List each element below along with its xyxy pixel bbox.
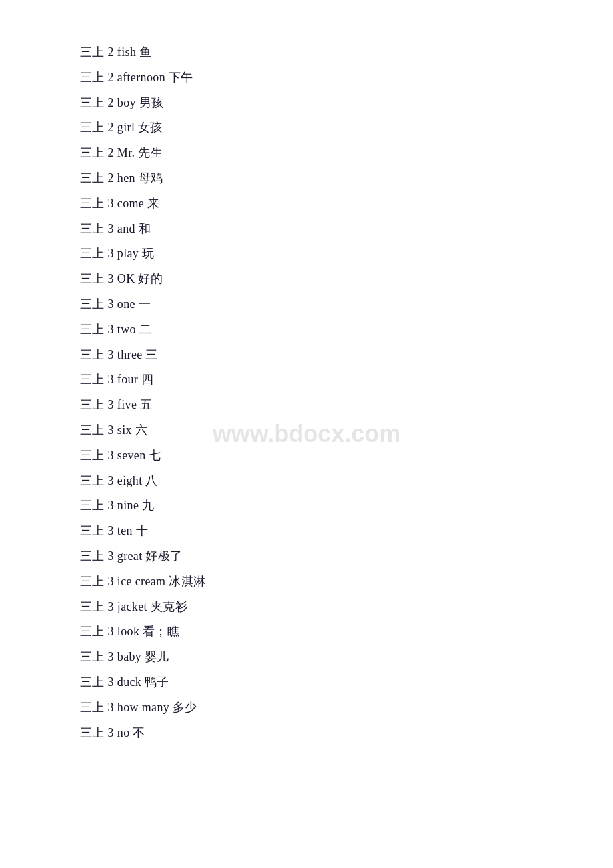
list-item: 三上 3 come 来 bbox=[80, 191, 533, 217]
list-item: 三上 3 play 玩 bbox=[80, 241, 533, 267]
list-item: 三上 3 nine 九 bbox=[80, 493, 533, 519]
list-item: 三上 3 look 看；瞧 bbox=[80, 619, 533, 645]
list-item: 三上 3 five 五 bbox=[80, 393, 533, 418]
list-item: 三上 3 one 一 bbox=[80, 292, 533, 317]
list-item: 三上 3 six 六 bbox=[80, 418, 533, 443]
list-item: 三上 3 ten 十 bbox=[80, 519, 533, 544]
list-item: 三上 3 and 和 bbox=[80, 217, 533, 242]
list-item: 三上 3 jacket 夹克衫 bbox=[80, 595, 533, 620]
list-item: 三上 3 ice cream 冰淇淋 bbox=[80, 569, 533, 595]
list-item: 三上 2 afternoon 下午 bbox=[80, 65, 533, 91]
list-item: 三上 3 no 不 bbox=[80, 721, 533, 746]
list-item: 三上 3 baby 婴儿 bbox=[80, 645, 533, 670]
list-item: 三上 3 seven 七 bbox=[80, 443, 533, 469]
main-content: 三上 2 fish 鱼三上 2 afternoon 下午三上 2 boy 男孩三… bbox=[0, 0, 613, 785]
list-item: 三上 2 hen 母鸡 bbox=[80, 166, 533, 191]
list-item: 三上 2 fish 鱼 bbox=[80, 40, 533, 65]
list-item: 三上 3 how many 多少 bbox=[80, 695, 533, 721]
list-item: 三上 2 girl 女孩 bbox=[80, 115, 533, 141]
list-item: 三上 3 two 二 bbox=[80, 317, 533, 343]
list-item: 三上 3 OK 好的 bbox=[80, 267, 533, 292]
list-item: 三上 3 three 三 bbox=[80, 343, 533, 368]
list-item: 三上 2 boy 男孩 bbox=[80, 91, 533, 116]
list-item: 三上 3 great 好极了 bbox=[80, 544, 533, 569]
list-item: 三上 3 eight 八 bbox=[80, 469, 533, 494]
list-item: 三上 3 four 四 bbox=[80, 367, 533, 393]
vocab-list: 三上 2 fish 鱼三上 2 afternoon 下午三上 2 boy 男孩三… bbox=[80, 40, 533, 745]
list-item: 三上 3 duck 鸭子 bbox=[80, 670, 533, 695]
list-item: 三上 2 Mr. 先生 bbox=[80, 141, 533, 166]
